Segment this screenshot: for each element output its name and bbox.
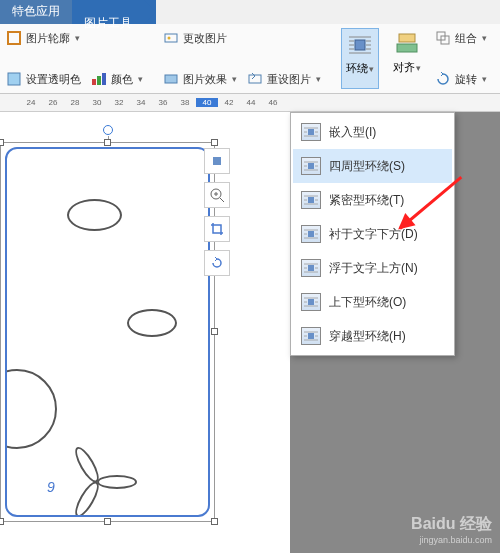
wrap-option-label: 嵌入型(I) — [329, 124, 376, 141]
ribbon: 图片轮廓▾ 设置透明色 颜色▾ 更改图片 图片效果▾ 重设图片 — [0, 24, 500, 94]
rotate-button[interactable]: 旋转▾ — [435, 69, 487, 89]
trans-label: 设置透明色 — [26, 72, 81, 87]
resize-handle-ne[interactable] — [211, 139, 218, 146]
change-icon — [163, 30, 179, 46]
ruler-mark: 24 — [20, 98, 42, 107]
horizontal-ruler[interactable]: 242628303234363840424446 — [0, 94, 500, 112]
resize-handle-nw[interactable] — [0, 139, 4, 146]
wrap-option-icon — [301, 191, 321, 209]
ruler-mark: 44 — [240, 98, 262, 107]
wrap-small-icon — [209, 154, 225, 168]
wrap-option-label: 浮于文字上方(N) — [329, 260, 418, 277]
color-button[interactable]: 颜色▾ — [91, 69, 143, 89]
watermark-brand: Baidu 经验 — [411, 514, 492, 535]
wrap-option-icon — [301, 327, 321, 345]
resize-handle-s[interactable] — [104, 518, 111, 525]
embedded-image: 9 — [5, 147, 210, 517]
wrap-option-item[interactable]: 衬于文字下方(D) — [293, 217, 452, 251]
change-picture-button[interactable]: 更改图片 — [163, 28, 321, 48]
page[interactable]: 9 — [0, 112, 290, 553]
transparent-icon — [6, 71, 22, 87]
wrap-option-label: 四周型环绕(S) — [329, 158, 405, 175]
wrap-option-item[interactable]: 嵌入型(I) — [293, 115, 452, 149]
ruler-mark: 28 — [64, 98, 86, 107]
wrap-icon — [346, 31, 374, 59]
reset-icon — [247, 71, 263, 87]
rotate-label: 旋转 — [455, 72, 477, 87]
wrap-dropdown-menu: 嵌入型(I)四周型环绕(S)紧密型环绕(T)衬于文字下方(D)浮于文字上方(N)… — [290, 112, 455, 356]
resize-handle-e[interactable] — [211, 328, 218, 335]
svg-rect-16 — [213, 157, 221, 165]
ruler-mark: 46 — [262, 98, 284, 107]
wrap-option-icon — [301, 157, 321, 175]
group-icon — [435, 30, 451, 46]
tab-picture-tools[interactable]: 图片工具 — [72, 0, 156, 24]
ruler-mark: 32 — [108, 98, 130, 107]
align-label: 对齐 — [393, 61, 415, 73]
crop-button[interactable] — [204, 216, 230, 242]
ruler-mark: 26 — [42, 98, 64, 107]
wrap-option-icon — [301, 293, 321, 311]
rotate-icon — [435, 71, 451, 87]
svg-rect-23 — [308, 299, 314, 305]
svg-rect-21 — [308, 231, 314, 237]
align-button[interactable]: 对齐▾ — [389, 28, 425, 89]
svg-rect-19 — [308, 163, 314, 169]
resize-handle-se[interactable] — [211, 518, 218, 525]
wrap-option-label: 穿越型环绕(H) — [329, 328, 406, 345]
effects-icon — [163, 71, 179, 87]
svg-rect-24 — [308, 333, 314, 339]
wrap-label: 环绕 — [346, 62, 368, 74]
svg-rect-20 — [308, 197, 314, 203]
outline-icon — [6, 30, 22, 46]
ruler-mark: 38 — [174, 98, 196, 107]
wrap-option-item[interactable]: 紧密型环绕(T) — [293, 183, 452, 217]
ruler-mark: 42 — [218, 98, 240, 107]
svg-rect-0 — [8, 32, 20, 44]
magnify-plus-icon — [209, 187, 225, 203]
group-label: 组合 — [455, 31, 477, 46]
svg-rect-3 — [97, 76, 101, 85]
zoom-in-button[interactable] — [204, 182, 230, 208]
svg-rect-22 — [308, 265, 314, 271]
color-label: 颜色 — [111, 72, 133, 87]
svg-rect-2 — [92, 79, 96, 85]
svg-rect-18 — [308, 129, 314, 135]
resize-handle-sw[interactable] — [0, 518, 4, 525]
picture-effects-button[interactable]: 图片效果▾ — [163, 69, 237, 89]
wrap-option-item[interactable]: 四周型环绕(S) — [293, 149, 452, 183]
crop-icon — [209, 221, 225, 237]
svg-rect-7 — [165, 75, 177, 83]
wrap-option-icon — [301, 259, 321, 277]
rotate-cw-button[interactable] — [204, 250, 230, 276]
svg-rect-1 — [8, 73, 20, 85]
image-number: 9 — [47, 479, 55, 495]
wrap-option-item[interactable]: 浮于文字上方(N) — [293, 251, 452, 285]
rotate-cw-icon — [209, 255, 225, 271]
svg-rect-10 — [399, 34, 415, 42]
reset-picture-button[interactable]: 重设图片▾ — [247, 69, 321, 89]
wrap-text-button[interactable]: 环绕▾ — [341, 28, 379, 89]
wrap-option-icon — [301, 225, 321, 243]
color-icon — [91, 71, 107, 87]
layout-options-flyout — [204, 148, 230, 276]
effects-label: 图片效果 — [183, 72, 227, 87]
layout-option-1[interactable] — [204, 148, 230, 174]
ruler-mark: 40 — [196, 98, 218, 107]
picture-outline-button[interactable]: 图片轮廓▾ — [6, 28, 143, 48]
watermark-url: jingyan.baidu.com — [411, 535, 492, 545]
document-workspace: 9 嵌入型(I)四周型环绕(S)紧密型环绕(T)衬于文字下方(D)浮于文字上方(… — [0, 112, 500, 553]
tab-special-apps[interactable]: 特色应用 — [0, 0, 72, 24]
rotation-handle[interactable] — [103, 125, 113, 135]
svg-rect-4 — [102, 73, 106, 85]
group-button[interactable]: 组合▾ — [435, 28, 487, 48]
wrap-option-item[interactable]: 上下型环绕(O) — [293, 285, 452, 319]
change-label: 更改图片 — [183, 31, 227, 46]
ruler-mark: 34 — [130, 98, 152, 107]
resize-handle-n[interactable] — [104, 139, 111, 146]
ruler-mark: 30 — [86, 98, 108, 107]
image-selection-box[interactable]: 9 — [0, 142, 215, 522]
wrap-option-item[interactable]: 穿越型环绕(H) — [293, 319, 452, 353]
svg-point-6 — [168, 37, 171, 40]
set-transparent-button[interactable]: 设置透明色 — [6, 69, 81, 89]
